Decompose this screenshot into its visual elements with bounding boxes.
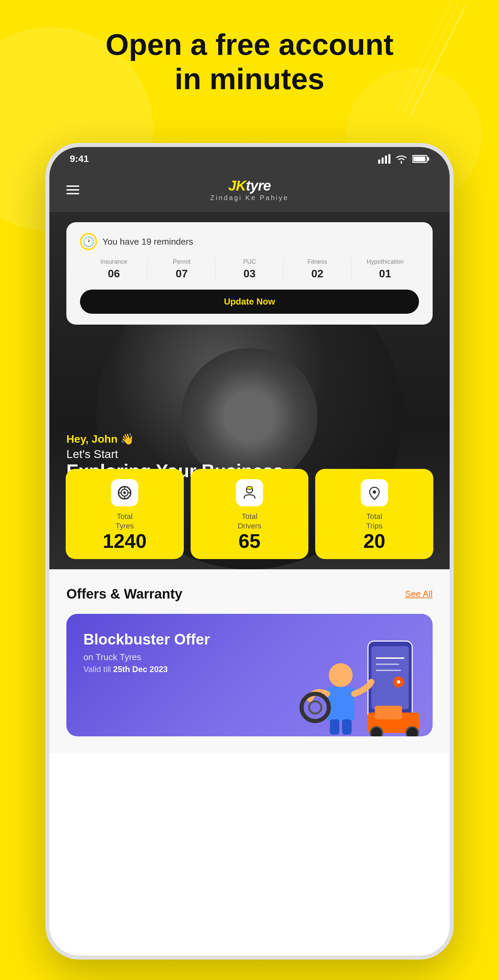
offer-card[interactable]: Blockbuster Offer on Truck Tyres Valid t… — [66, 614, 433, 737]
reminder-header: 🕐 You have 19 reminders — [80, 233, 419, 250]
svg-rect-26 — [371, 646, 409, 709]
stat-value-fitness: 02 — [284, 267, 351, 280]
stat-insurance: Insurance 06 — [80, 258, 148, 280]
stat-card-trips[interactable]: TotalTrips 20 — [315, 469, 433, 559]
svg-rect-5 — [427, 157, 429, 161]
hero-title-line2: in minutes — [175, 62, 324, 95]
hero-title: Open a free account in minutes — [0, 27, 499, 96]
svg-rect-23 — [247, 487, 252, 489]
svg-point-37 — [309, 701, 321, 714]
greeting-name: Hey, John 👋 — [66, 433, 283, 445]
stat-value-insurance: 06 — [80, 267, 148, 280]
logo-jk: JK — [228, 178, 246, 194]
status-bar: 9:41 — [49, 147, 450, 171]
status-time: 9:41 — [70, 153, 89, 164]
stat-card-tyres-label: TotalTyres — [72, 512, 177, 531]
stat-label-permit: Permit — [148, 258, 215, 266]
status-icons — [378, 154, 429, 164]
greeting-sub: Let's Start — [66, 447, 283, 461]
reminder-stats: Insurance 06 Permit 07 PUC 03 Fitness 02… — [80, 258, 419, 280]
logo-text: JKtyre — [210, 178, 289, 194]
phone-mockup: 9:41 — [45, 143, 454, 959]
stats-cards-container: TotalTyres 1240 TotalDrivers 65 — [66, 469, 433, 559]
svg-rect-35 — [342, 719, 352, 735]
svg-rect-6 — [413, 156, 426, 161]
stat-card-trips-value: 20 — [322, 531, 427, 551]
svg-rect-0 — [378, 159, 380, 164]
svg-rect-1 — [381, 158, 384, 164]
signal-icon — [378, 154, 391, 164]
app-header: JKtyre Zindagi Ke Pahiye — [49, 171, 450, 212]
svg-point-31 — [397, 680, 400, 684]
svg-rect-2 — [385, 156, 387, 164]
svg-rect-33 — [327, 687, 354, 721]
stat-value-permit: 07 — [148, 267, 215, 280]
battery-icon — [412, 154, 429, 164]
svg-point-17 — [123, 492, 126, 494]
white-section: Offers & Warranty See All Blockbuster Of… — [49, 569, 450, 753]
stat-hypothication: Hypothication 01 — [351, 258, 419, 280]
logo-tyre: tyre — [246, 178, 271, 194]
svg-point-40 — [370, 727, 383, 737]
stat-card-trips-label: TotalTrips — [322, 512, 427, 531]
hamburger-menu[interactable] — [66, 185, 79, 194]
stat-fitness: Fitness 02 — [284, 258, 351, 280]
offers-section-header: Offers & Warranty See All — [66, 586, 433, 601]
stat-label-fitness: Fitness — [284, 258, 351, 266]
svg-rect-3 — [388, 154, 391, 164]
hero-image-area: 𓆉 𓆉 𓆉 𓆉 𓆉 𓆉 𓆉 𓆉 — [49, 212, 450, 569]
svg-rect-39 — [375, 706, 402, 719]
see-all-link[interactable]: See All — [405, 589, 433, 599]
stat-card-drivers-value: 65 — [198, 531, 302, 551]
hamburger-line — [66, 185, 79, 187]
clock-icon: 🕐 — [80, 233, 97, 250]
trips-icon — [361, 479, 388, 506]
drivers-icon — [236, 479, 263, 506]
reminder-card: 🕐 You have 19 reminders Insurance 06 Per… — [66, 222, 433, 325]
stat-value-hypothication: 01 — [351, 267, 419, 280]
update-now-button[interactable]: Update Now — [80, 290, 419, 314]
hero-title-line1: Open a free account — [105, 27, 394, 61]
svg-point-41 — [406, 727, 418, 737]
hamburger-line — [66, 189, 79, 191]
svg-rect-34 — [330, 719, 340, 735]
svg-point-36 — [301, 694, 329, 721]
stat-card-tyres[interactable]: TotalTyres 1240 — [66, 469, 184, 559]
stat-permit: Permit 07 — [148, 258, 215, 280]
wifi-icon — [395, 154, 407, 164]
stat-label-insurance: Insurance — [80, 258, 148, 266]
svg-point-32 — [329, 663, 352, 687]
stat-label-hypothication: Hypothication — [351, 258, 419, 266]
stat-value-puc: 03 — [215, 267, 283, 280]
hamburger-line — [66, 193, 79, 194]
stat-card-tyres-value: 1240 — [72, 531, 177, 551]
stat-card-drivers-label: TotalDrivers — [198, 512, 302, 531]
reminder-text: You have 19 reminders — [102, 237, 193, 247]
stat-label-puc: PUC — [215, 258, 283, 266]
stat-card-drivers[interactable]: TotalDrivers 65 — [191, 469, 309, 559]
svg-point-24 — [373, 490, 376, 494]
logo-tagline: Zindagi Ke Pahiye — [210, 194, 289, 202]
logo-area: JKtyre Zindagi Ke Pahiye — [210, 178, 289, 202]
offer-illustration — [290, 627, 426, 737]
tyres-icon — [111, 479, 138, 506]
stat-puc: PUC 03 — [215, 258, 283, 280]
offers-title: Offers & Warranty — [66, 586, 182, 601]
